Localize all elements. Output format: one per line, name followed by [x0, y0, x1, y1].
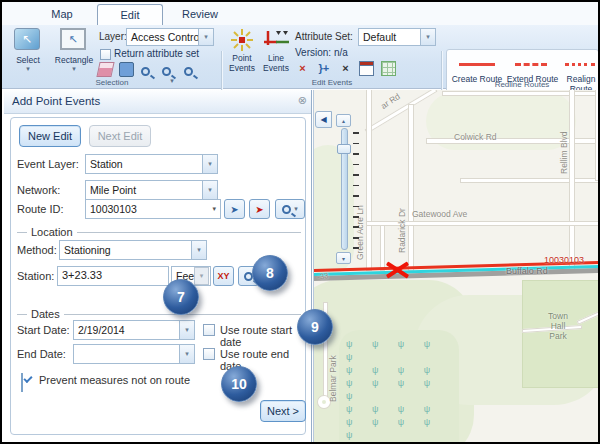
realign-route-icon [565, 63, 595, 66]
move-event-icon[interactable]: × [338, 61, 353, 76]
line-events-button[interactable] [264, 29, 290, 55]
map-canvas[interactable]: ψ ψ ψ ψ ψ ψ ψ ψ ψ ψ ψ ψ ψ ψ ψ ψ ψ ψ ψ ψ … [313, 90, 600, 442]
selection-group-label: Selection [57, 78, 167, 87]
park-label-belmar: Belmar Park [328, 330, 338, 402]
event-window-icon[interactable] [359, 61, 374, 76]
panel-header: Add Point Events ⊗ [4, 90, 311, 114]
network-combobox[interactable]: Mile Point ▾ [85, 180, 218, 200]
network-label: Network: [17, 184, 60, 196]
layer-value: Access Control [127, 31, 198, 43]
point-event-x-marker [385, 260, 411, 280]
tab-edit[interactable]: Edit [97, 4, 163, 25]
clear-selection-icon[interactable] [96, 62, 114, 77]
search-icon [282, 205, 291, 214]
network-value: Mile Point [86, 184, 202, 196]
route-id-dropdown-icon[interactable]: ▾ [208, 205, 220, 213]
road [460, 178, 600, 183]
select-route-on-map-button[interactable]: ➤ [224, 199, 245, 219]
layer-dropdown-icon[interactable]: ▾ [198, 29, 213, 45]
selection-options-icon[interactable] [184, 62, 199, 77]
edit-events-toolbar: × }+ × [295, 61, 398, 79]
split-event-icon[interactable]: × [295, 61, 310, 76]
attribute-set-dropdown-icon[interactable]: ▾ [420, 29, 435, 45]
select-tool-button[interactable]: ↖ [14, 28, 40, 50]
use-route-start-date-checkbox[interactable] [203, 324, 215, 336]
select-dropdown-icon[interactable]: ▾ [6, 66, 50, 72]
method-combobox[interactable]: Stationing ▾ [59, 240, 207, 260]
selection-color-icon[interactable] [119, 62, 134, 77]
new-edit-button[interactable]: New Edit [19, 125, 81, 147]
return-attribute-set-label: Return attribute set [114, 48, 199, 59]
location-section-divider: Location [17, 232, 301, 233]
callout-8: 8 [252, 255, 288, 291]
road-rellim [569, 90, 575, 271]
event-layer-value: Station [86, 158, 202, 170]
layer-label: Layer: [99, 31, 127, 42]
road-green-acre [366, 90, 372, 271]
event-layer-label: Event Layer: [17, 158, 79, 170]
event-table-icon[interactable] [381, 61, 396, 76]
ribbon: ↖ Select ▾ ↖ Rectangle ▾ Layer: Access C… [2, 25, 598, 89]
road [442, 91, 600, 96]
street-label-buffalo: Buffalo Rd [506, 266, 548, 276]
tab-map[interactable]: Map [30, 4, 94, 25]
network-dropdown-icon[interactable]: ▾ [202, 181, 217, 199]
clear-route-selection-button[interactable]: ➤ [249, 199, 270, 219]
tab-review[interactable]: Review [166, 4, 234, 25]
start-date-dropdown-icon[interactable]: ▾ [179, 321, 194, 339]
park-label-town-hall: Town Hall Park [536, 311, 580, 341]
attribute-set-label: Attribute Set: [295, 31, 353, 42]
street-label-colwick: Colwick Rd [454, 132, 497, 142]
next-edit-button[interactable]: Next Edit [89, 125, 151, 147]
event-layer-combobox[interactable]: Station ▾ [85, 154, 218, 174]
point-events-button[interactable] [230, 29, 254, 55]
start-date-label: Start Date: [17, 324, 70, 336]
attribute-set-combobox[interactable]: Default ▾ [358, 28, 436, 46]
station-input[interactable]: 3+23.33 [57, 266, 169, 286]
event-layer-dropdown-icon[interactable]: ▾ [202, 155, 217, 173]
version-label: Version: n/a [295, 47, 348, 58]
create-route-icon [459, 63, 495, 66]
marsh-symbols: ψ ψ ψ ψ ψ ψ ψ ψ ψ ψ ψ ψ ψ ψ ψ ψ ψ ψ ψ ψ … [346, 338, 458, 442]
zoom-to-selection-icon[interactable] [141, 62, 156, 77]
zoom-in-button[interactable]: ▴ [336, 114, 351, 127]
zoom-slider-handle[interactable] [337, 144, 351, 154]
ribbon-tab-bar: Map Edit Review [2, 2, 598, 25]
prevent-measures-label: Prevent measures not on route [39, 374, 190, 386]
attribute-set-value: Default [359, 31, 420, 43]
dates-section-divider: Dates [17, 314, 301, 315]
panel-title: Add Point Events [12, 95, 100, 107]
application-window: Map Edit Review ↖ Select ▾ ↖ Rectangle ▾… [0, 0, 600, 444]
rectangle-dropdown-icon[interactable]: ▾ [49, 66, 99, 72]
road [595, 90, 600, 181]
panel-collapse-button[interactable]: ◀ [315, 111, 332, 128]
method-value: Stationing [60, 244, 191, 256]
extend-route-icon [515, 63, 547, 66]
method-label: Method: [17, 244, 57, 256]
street-label-radarick: Radarick Dr [397, 148, 407, 253]
route-id-value: 10030103 [86, 203, 208, 215]
route-id-label: Route ID: [17, 203, 63, 215]
next-button[interactable]: Next > [260, 400, 306, 422]
street-label-rellim: Rellim Blvd [559, 102, 569, 174]
pan-to-selection-icon[interactable] [162, 62, 177, 77]
start-date-picker[interactable]: 2/19/2014 ▾ [73, 320, 195, 340]
route-search-button[interactable]: ▾ [275, 199, 305, 219]
point-events-label: Point Events [224, 53, 260, 73]
prevent-measures-checkbox[interactable] [21, 373, 23, 392]
select-tool-icon: ↖ [14, 28, 40, 50]
use-route-end-date-checkbox[interactable] [203, 348, 215, 360]
end-date-picker[interactable]: ▾ [73, 344, 195, 364]
merge-events-icon[interactable]: }+ [316, 61, 331, 76]
return-attribute-set-checkbox[interactable] [100, 49, 111, 60]
route-id-combobox[interactable]: 10030103 ▾ [85, 199, 221, 219]
road-radarick [408, 104, 414, 271]
method-dropdown-icon[interactable]: ▾ [191, 241, 206, 259]
xy-button[interactable]: XY [213, 266, 234, 286]
panel-close-icon[interactable]: ⊗ [298, 94, 307, 107]
units-dropdown-icon[interactable]: ▾ [194, 267, 209, 285]
end-date-dropdown-icon[interactable]: ▾ [179, 345, 194, 363]
zoom-out-button[interactable]: ▾ [336, 252, 351, 264]
rectangle-tool-button[interactable]: ↖ [60, 28, 86, 50]
layer-combobox[interactable]: Access Control ▾ [126, 28, 214, 46]
